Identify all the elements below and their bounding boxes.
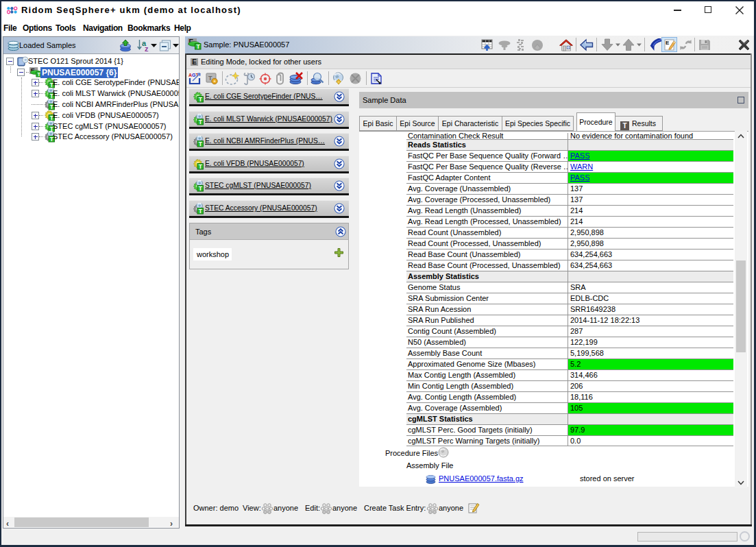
svg-text:T: T (197, 43, 201, 50)
svg-text:z: z (145, 45, 149, 52)
svg-text:E: E (666, 40, 670, 46)
